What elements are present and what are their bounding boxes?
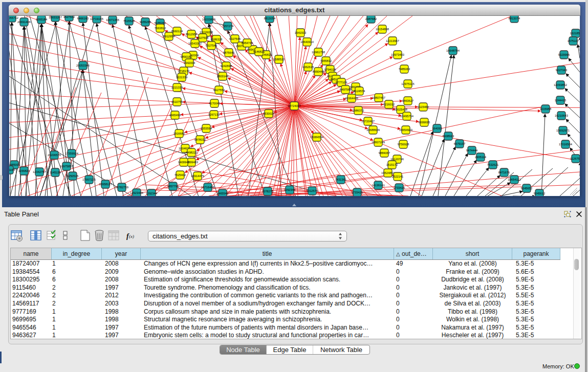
svg-text:(x): (x) [129, 234, 134, 239]
svg-text:1588520: 1588520 [273, 58, 285, 61]
svg-text:9463627: 9463627 [402, 99, 414, 102]
svg-text:15692971: 15692971 [556, 129, 570, 132]
svg-text:7515526: 7515526 [123, 19, 135, 23]
svg-text:9146821: 9146821 [253, 50, 265, 53]
svg-text:9756928: 9756928 [398, 143, 409, 146]
svg-text:10973493: 10973493 [391, 53, 404, 56]
svg-text:2342004: 2342004 [184, 61, 195, 64]
svg-text:8660124: 8660124 [171, 30, 183, 33]
svg-text:7632621: 7632621 [487, 163, 499, 166]
svg-text:2387682: 2387682 [365, 17, 377, 20]
svg-text:1292346: 1292346 [284, 188, 296, 191]
svg-text:12923446: 12923446 [130, 191, 143, 194]
svg-text:24055712: 24055712 [9, 16, 18, 19]
svg-text:1093184: 1093184 [36, 18, 48, 21]
svg-text:1312575: 1312575 [307, 189, 318, 192]
svg-text:20364436: 20364436 [345, 97, 358, 100]
svg-text:8813054: 8813054 [264, 17, 276, 20]
svg-text:8990448: 8990448 [313, 70, 324, 73]
svg-text:9474444: 9474444 [466, 149, 478, 152]
svg-text:6466160: 6466160 [77, 17, 89, 20]
svg-text:1321850: 1321850 [570, 32, 580, 35]
svg-text:15720407: 15720407 [361, 120, 375, 123]
svg-text:1126753: 1126753 [570, 157, 580, 160]
svg-text:8912954: 8912954 [186, 33, 198, 36]
svg-text:1078275: 1078275 [262, 190, 274, 193]
svg-text:1733426: 1733426 [394, 186, 405, 189]
svg-text:6679197: 6679197 [454, 142, 466, 145]
svg-text:12213967: 12213967 [386, 39, 399, 42]
svg-text:7625402: 7625402 [175, 173, 186, 177]
svg-text:10958127: 10958127 [99, 183, 112, 186]
svg-text:20053346: 20053346 [76, 64, 90, 67]
svg-text:16120746: 16120746 [390, 158, 404, 161]
svg-text:16648784: 16648784 [446, 49, 460, 52]
svg-text:17359924: 17359924 [65, 152, 79, 155]
svg-text:7663822: 7663822 [155, 27, 166, 30]
svg-text:12342757: 12342757 [33, 170, 46, 173]
svg-text:18724007: 18724007 [288, 104, 301, 107]
svg-text:14136141: 14136141 [372, 184, 385, 187]
svg-text:2935114: 2935114 [475, 156, 487, 159]
svg-text:8912954: 8912954 [163, 35, 175, 38]
svg-text:9875645: 9875645 [223, 51, 235, 54]
svg-text:4498222: 4498222 [186, 151, 198, 154]
svg-text:20691406: 20691406 [17, 20, 31, 24]
svg-text:2522141: 2522141 [392, 175, 404, 178]
svg-text:2986372: 2986372 [353, 109, 364, 112]
svg-text:8454749: 8454749 [242, 41, 253, 45]
svg-text:10719155: 10719155 [90, 17, 103, 20]
svg-text:5878332: 5878332 [194, 138, 206, 141]
svg-text:1733426: 1733426 [352, 191, 363, 194]
svg-text:1362615: 1362615 [302, 65, 314, 69]
svg-text:9227343: 9227343 [556, 69, 568, 72]
svg-text:17016504: 17016504 [559, 143, 573, 146]
svg-text:1610755: 1610755 [171, 100, 183, 103]
svg-text:9857791: 9857791 [167, 185, 179, 188]
svg-text:164093: 164093 [432, 127, 442, 130]
svg-text:10654112: 10654112 [508, 178, 520, 181]
svg-text:9115460: 9115460 [418, 105, 429, 108]
svg-text:2803144: 2803144 [217, 75, 229, 78]
svg-text:9327546: 9327546 [206, 44, 217, 47]
svg-text:9884067: 9884067 [379, 151, 390, 155]
svg-text:1409948: 1409948 [178, 161, 190, 164]
svg-text:9777109: 9777109 [336, 81, 347, 84]
svg-text:9327508: 9327508 [197, 36, 209, 39]
svg-text:9245612: 9245612 [534, 192, 546, 195]
svg-text:2530027: 2530027 [263, 112, 275, 115]
svg-text:3267130: 3267130 [208, 113, 220, 116]
svg-text:1244415: 1244415 [555, 99, 567, 102]
svg-text:1221339: 1221339 [171, 86, 183, 89]
svg-text:9427552: 9427552 [213, 89, 225, 92]
svg-text:18640910: 18640910 [300, 40, 314, 43]
svg-text:8471676: 8471676 [498, 171, 510, 174]
svg-text:19524851: 19524851 [381, 171, 395, 174]
svg-text:3215958: 3215958 [540, 107, 552, 111]
svg-text:9329966: 9329966 [558, 53, 570, 56]
svg-text:7357274: 7357274 [222, 25, 234, 28]
svg-text:10653267: 10653267 [49, 16, 62, 19]
svg-text:9327546: 9327546 [229, 37, 241, 40]
svg-text:9242848: 9242848 [221, 64, 232, 68]
svg-text:1615172: 1615172 [386, 163, 398, 166]
svg-text:9155265: 9155265 [140, 20, 151, 24]
svg-text:5938913: 5938913 [443, 135, 454, 138]
svg-text:10671355: 10671355 [106, 18, 119, 21]
svg-text:10688609: 10688609 [366, 128, 380, 132]
svg-text:10975857: 10975857 [60, 165, 73, 168]
svg-text:9890161: 9890161 [181, 55, 192, 58]
svg-text:13226058: 13226058 [200, 31, 213, 34]
svg-text:2718170: 2718170 [178, 70, 190, 73]
svg-text:9245652: 9245652 [521, 187, 533, 190]
svg-text:1353594: 1353594 [201, 127, 212, 130]
svg-text:9794028: 9794028 [324, 68, 336, 71]
svg-text:4170041: 4170041 [209, 102, 221, 105]
svg-text:18807249: 18807249 [372, 141, 385, 144]
svg-text:13495754: 13495754 [400, 115, 414, 118]
svg-text:12093852: 12093852 [554, 83, 567, 86]
svg-text:1431361: 1431361 [335, 178, 347, 181]
svg-text:12975115: 12975115 [401, 82, 414, 85]
svg-text:10807457: 10807457 [372, 96, 385, 99]
svg-text:1575107: 1575107 [568, 39, 579, 42]
